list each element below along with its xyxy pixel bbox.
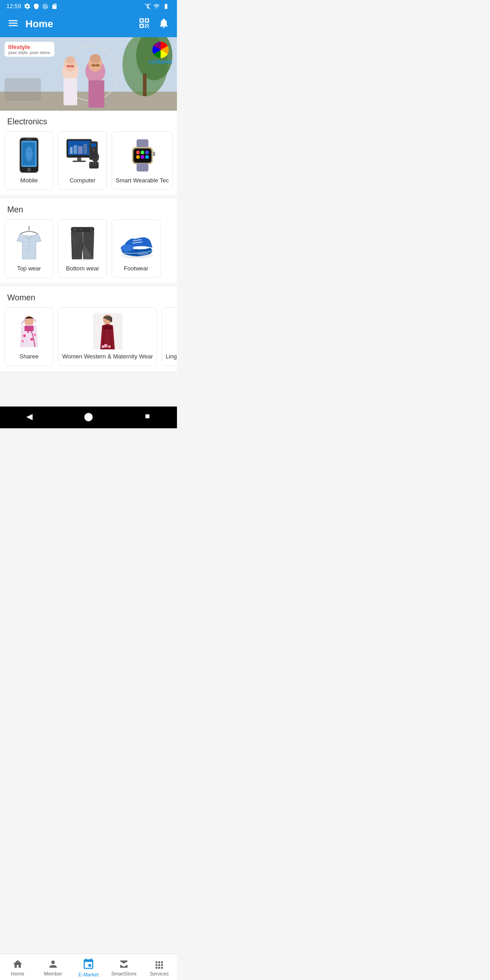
svg-point-85 [102,345,104,348]
electronics-section: Electronics Mobile [0,111,177,195]
svg-rect-12 [88,80,104,108]
banner-emarket: e@Market [149,42,172,64]
svg-point-72 [23,334,26,337]
svg-rect-56 [137,163,148,172]
svg-point-83 [104,344,108,348]
mobile-category[interactable]: Mobile [5,131,54,190]
computer-category[interactable]: Computer [58,131,107,190]
svg-point-50 [136,151,140,154]
emarket-text: e@Market [149,59,172,64]
svg-rect-35 [93,163,94,164]
lingerie-label: Lingerie & Sleepwea [166,353,177,361]
footwear-label: Footwear [124,265,148,273]
saree-label: Sharee [20,353,39,361]
western-image [89,313,126,349]
svg-rect-65 [73,227,75,232]
footwear-image [118,225,154,261]
android-nav: ◀ ⬤ ■ [0,407,177,428]
svg-point-75 [22,340,24,342]
women-title: Women [0,287,177,307]
back-button[interactable]: ◀ [23,410,36,423]
svg-rect-77 [24,326,34,331]
svg-rect-28 [73,161,86,162]
svg-rect-29 [70,147,73,154]
smartwatch-category[interactable]: Smart Wearable Tec [112,131,173,190]
mobile-image [11,137,47,173]
status-bar: 12:59 [0,0,177,12]
bottomwear-image [64,225,101,261]
app-title: Home [25,18,53,30]
shield-icon [33,3,39,10]
svg-point-52 [145,151,149,154]
svg-point-14 [90,54,101,63]
svg-point-84 [108,345,111,348]
svg-rect-27 [77,157,81,161]
svg-point-55 [145,155,149,159]
svg-rect-5 [5,78,41,101]
svg-rect-8 [64,78,77,105]
svg-point-16 [70,65,74,68]
recents-button[interactable]: ■ [141,410,154,423]
svg-point-15 [67,65,70,68]
topwear-label: Top wear [17,265,41,273]
svg-point-53 [136,155,140,159]
svg-point-73 [27,331,29,333]
svg-point-17 [91,64,96,67]
bottomwear-label: Bottom wear [66,265,99,273]
svg-point-82 [103,315,112,323]
lingerie-category[interactable]: Lingerie & Sleepwea [162,307,177,366]
bottom-spacer [0,375,177,407]
svg-point-74 [30,338,33,341]
status-time: 12:59 [6,3,21,10]
menu-button[interactable] [7,17,19,30]
men-title: Men [0,199,177,219]
mobile-label: Mobile [20,177,38,185]
main-content: Electronics Mobile [0,111,177,407]
bell-button[interactable] [158,17,170,30]
svg-rect-57 [153,152,155,156]
women-section: Women [0,287,177,371]
topwear-category[interactable]: Top wear [5,219,54,278]
svg-point-24 [25,147,33,161]
western-category[interactable]: Women Western & Maternity Wear [58,307,157,366]
emarket-circle [152,42,169,58]
svg-point-54 [141,155,144,159]
app-bar: Home [0,12,177,37]
women-categories: Sharee [0,307,177,371]
saree-image [11,313,47,349]
smartwatch-image [124,137,161,173]
promo-banner[interactable]: lifestyle your style. your store. e@Mark… [0,37,177,111]
svg-rect-66 [90,227,92,232]
banner-logo: lifestyle your style. your store. [5,42,54,57]
svg-rect-4 [143,74,147,96]
electronics-categories: Mobile [0,131,177,195]
footwear-category[interactable]: Footwear [112,219,161,278]
saree-category[interactable]: Sharee [5,307,54,366]
svg-point-59 [29,241,30,243]
svg-point-64 [79,229,81,230]
electronics-title: Electronics [0,111,177,131]
sdcard-icon [51,3,58,10]
svg-point-45 [93,149,94,151]
svg-point-70 [137,252,148,255]
svg-point-76 [34,334,36,336]
bottomwear-category[interactable]: Bottom wear [58,219,107,278]
smartwatch-label: Smart Wearable Tec [116,177,169,185]
svg-rect-36 [95,163,96,164]
signal-icon [153,3,160,10]
home-button[interactable]: ⬤ [82,410,95,423]
svg-rect-81 [103,326,112,329]
topwear-image [11,225,47,261]
lingerie-image [175,313,177,349]
svg-point-69 [121,245,133,252]
svg-point-51 [141,151,144,154]
svg-rect-32 [83,144,87,154]
svg-point-10 [66,56,75,64]
men-section: Men [0,199,177,283]
svg-rect-22 [26,139,32,140]
svg-rect-31 [78,146,83,154]
qr-button[interactable] [138,17,151,31]
svg-rect-38 [93,165,94,166]
svg-point-60 [29,245,30,246]
svg-rect-30 [74,145,77,154]
